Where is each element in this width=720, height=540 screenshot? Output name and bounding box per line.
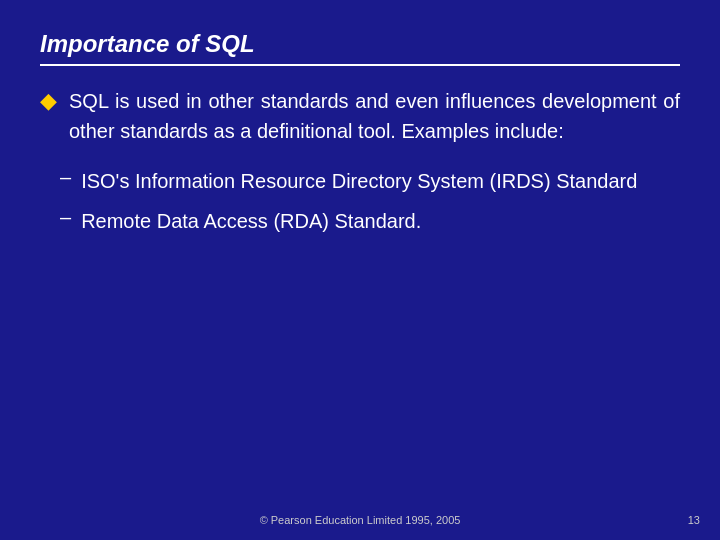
main-bullet-item: ◆ SQL is used in other standards and eve… [40,86,680,146]
slide-container: Importance of SQL ◆ SQL is used in other… [0,0,720,540]
main-bullet-text: SQL is used in other standards and even … [69,86,680,146]
sub-bullet-item-2: – Remote Data Access (RDA) Standard. [60,206,680,236]
sub-bullet-dash-2: – [60,206,71,229]
sub-bullet-item-1: – ISO's Information Resource Directory S… [60,166,680,196]
footer: © Pearson Education Limited 1995, 2005 [0,514,720,526]
sub-bullets-container: – ISO's Information Resource Directory S… [60,166,680,236]
sub-bullet-text-2: Remote Data Access (RDA) Standard. [81,206,421,236]
sub-bullet-dash-1: – [60,166,71,189]
title-section: Importance of SQL [40,30,680,66]
content-section: ◆ SQL is used in other standards and eve… [40,86,680,236]
slide-title: Importance of SQL [40,30,255,58]
bullet-diamond-icon: ◆ [40,88,57,114]
title-underline [40,64,680,66]
sub-bullet-text-1: ISO's Information Resource Directory Sys… [81,166,637,196]
page-number: 13 [688,514,700,526]
copyright-text: © Pearson Education Limited 1995, 2005 [260,514,461,526]
